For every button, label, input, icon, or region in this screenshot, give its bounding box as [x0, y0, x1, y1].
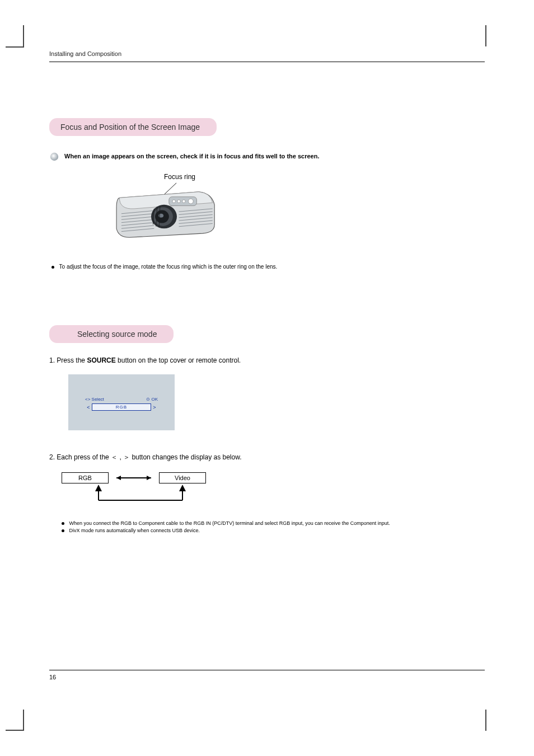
osd-value: RGB: [92, 403, 151, 411]
notes-block: When you connect the RGB to Component ca…: [62, 520, 485, 533]
intro-text: When an image appears on the screen, che…: [64, 153, 319, 159]
focus-ring-label: Focus ring: [164, 173, 485, 181]
content-area: Installing and Composition Focus and Pos…: [49, 50, 485, 669]
osd-left-arrow: <: [85, 405, 92, 410]
svg-marker-29: [147, 476, 151, 480]
svg-point-6: [188, 199, 193, 204]
note-1: When you connect the RGB to Component ca…: [62, 520, 485, 526]
bullet-icon: [51, 266, 54, 269]
bullet-icon: [49, 152, 59, 162]
osd-top-row: <> Select ⊙ OK: [85, 397, 158, 402]
osd-screenshot: <> Select ⊙ OK < RGB >: [68, 374, 175, 430]
svg-marker-28: [116, 476, 121, 480]
step2-suffix: button changes the display as below.: [130, 453, 241, 461]
page-number: 16: [49, 670, 485, 680]
osd-right-arrow: >: [151, 405, 158, 410]
svg-point-4: [177, 200, 180, 203]
svg-point-0: [50, 153, 58, 161]
bullet-icon: [62, 529, 64, 532]
crop-mark: [485, 710, 486, 731]
double-arrow-icon: [109, 472, 159, 483]
crop-mark: [6, 730, 24, 731]
focus-note-text: To adjust the focus of the image, rotate…: [59, 264, 278, 270]
step2-gt: ＞: [123, 453, 130, 461]
osd-ok-label: ⊙ OK: [146, 397, 158, 402]
intro-line: When an image appears on the screen, che…: [49, 152, 485, 162]
step2-lt: ＜: [111, 453, 118, 461]
crop-mark: [23, 25, 24, 46]
step1-bold: SOURCE: [87, 356, 115, 364]
crop-mark: [23, 710, 24, 731]
loop-arrow-icon: [87, 483, 194, 506]
svg-marker-34: [179, 485, 186, 491]
svg-point-3: [172, 200, 175, 203]
step2-prefix: 2. Each press of the: [49, 453, 111, 461]
source-flow-diagram: RGB Video: [62, 472, 485, 508]
osd-select-label: <> Select: [85, 397, 104, 402]
osd-select-row: < RGB >: [85, 403, 158, 411]
step1-suffix: button on the top cover or remote contro…: [116, 356, 241, 364]
crop-mark: [6, 46, 24, 48]
step1-prefix: 1. Press the: [49, 356, 87, 364]
note1-text: When you connect the RGB to Component ca…: [69, 520, 390, 526]
focus-note: To adjust the focus of the image, rotate…: [51, 264, 485, 270]
step2-comma: ,: [118, 453, 123, 461]
section-heading-focus: Focus and Position of the Screen Image: [49, 118, 217, 136]
bullet-icon: [62, 522, 64, 525]
page: Installing and Composition Focus and Pos…: [0, 0, 534, 756]
flow-box-rgb: RGB: [62, 472, 109, 483]
svg-point-5: [182, 200, 185, 203]
step-2: 2. Each press of the ＜ , ＞ button change…: [49, 453, 485, 462]
projector-illustration: [100, 182, 485, 243]
note2-text: DivX mode runs automatically when connec…: [69, 528, 200, 533]
osd-inner: <> Select ⊙ OK < RGB >: [85, 397, 158, 411]
step-1: 1. Press the SOURCE button on the top co…: [49, 356, 485, 364]
flow-box-video: Video: [159, 472, 206, 483]
running-head: Installing and Composition: [49, 50, 485, 62]
crop-mark: [485, 25, 486, 46]
note-2: DivX mode runs automatically when connec…: [62, 528, 485, 533]
section-heading-source: Selecting source mode: [49, 325, 174, 343]
